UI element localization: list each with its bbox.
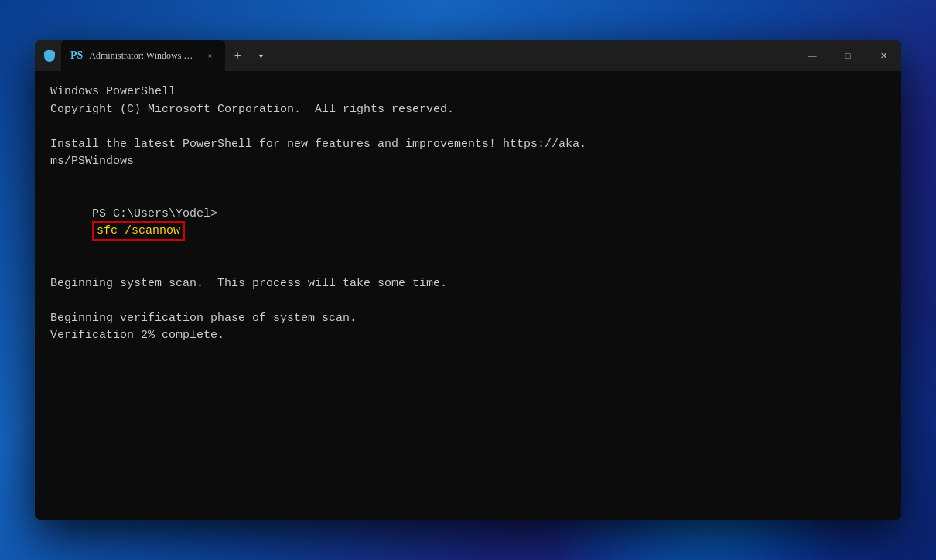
terminal-command-line: PS C:\Users\Yodel> sfc /scannow — [50, 188, 886, 258]
terminal-prompt: PS C:\Users\Yodel> — [92, 207, 217, 220]
new-tab-button[interactable]: + — [225, 43, 250, 68]
titlebar-left: PS Administrator: Windows Powe × + ▾ — [35, 40, 794, 71]
terminal-line-8: Beginning system scan. This process will… — [50, 275, 886, 293]
minimize-button[interactable]: — — [794, 40, 830, 71]
terminal-line-10: Beginning verification phase of system s… — [50, 310, 886, 328]
terminal-line-4: Install the latest PowerShell for new fe… — [50, 136, 886, 154]
terminal-blank-3 — [50, 258, 886, 275]
maximize-button[interactable]: □ — [830, 40, 866, 71]
tab-title: Administrator: Windows Powe — [89, 50, 197, 62]
active-tab[interactable]: PS Administrator: Windows Powe × — [61, 40, 225, 71]
terminal-blank-2 — [50, 171, 886, 189]
titlebar: PS Administrator: Windows Powe × + ▾ — □… — [35, 40, 901, 71]
close-button[interactable]: ✕ — [866, 40, 901, 71]
sfc-command-highlight: sfc /scannow — [92, 221, 185, 241]
tab-dropdown-button[interactable]: ▾ — [250, 45, 272, 67]
powershell-tab-icon: PS — [70, 50, 83, 62]
powershell-window: PS Administrator: Windows Powe × + ▾ — □… — [35, 40, 901, 520]
window-controls: — □ ✕ — [794, 40, 901, 71]
terminal-line-1: Windows PowerShell — [50, 84, 886, 101]
tab-close-button[interactable]: × — [203, 50, 216, 62]
terminal-output[interactable]: Windows PowerShell Copyright (C) Microso… — [35, 71, 901, 520]
terminal-blank-1 — [50, 118, 886, 136]
shield-icon — [44, 50, 55, 62]
shield-icon-wrap — [35, 50, 61, 62]
terminal-blank-4 — [50, 292, 886, 310]
terminal-line-5: ms/PSWindows — [50, 153, 886, 171]
terminal-line-2: Copyright (C) Microsoft Corporation. All… — [50, 101, 886, 119]
terminal-line-11: Verification 2% complete. — [50, 327, 886, 345]
